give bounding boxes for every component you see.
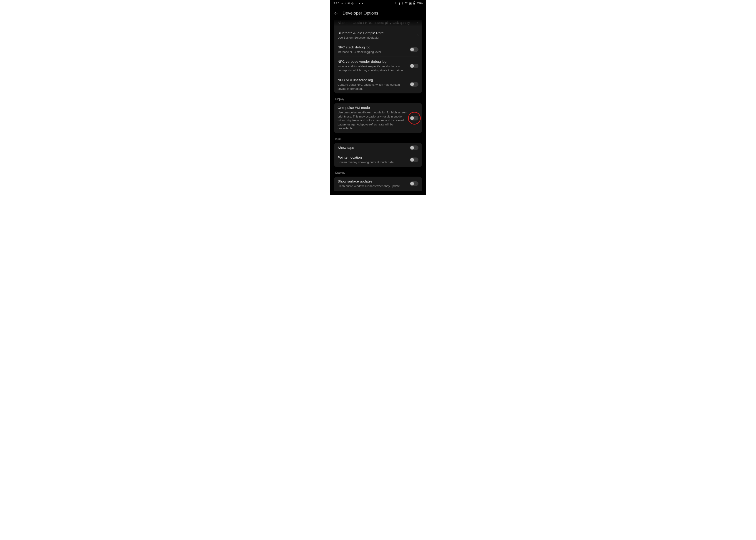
toggle-switch[interactable] [410, 181, 419, 186]
row-nfc-stack-debug[interactable]: NFC stack debug log Increase NFC stack l… [334, 43, 422, 57]
cloud-icon: ☁ [358, 2, 361, 5]
row-show-taps[interactable]: Show taps [334, 143, 422, 153]
row-subtitle: Capture detail NFC packets, which may co… [337, 83, 407, 91]
battery-icon [413, 1, 415, 5]
section-header-input: Input [334, 137, 422, 143]
row-pointer-location[interactable]: Pointer location Screen overlay showing … [334, 153, 422, 167]
send-icon: ✈ [341, 2, 343, 5]
row-title: Show taps [337, 146, 407, 150]
row-show-surface-updates[interactable]: Show surface updates Flash entire window… [334, 177, 422, 191]
instagram-icon: ◎ [351, 2, 353, 5]
page-title: Developer Options [342, 11, 378, 16]
row-subtitle: Use System Selection (Default) [337, 36, 414, 40]
chevron-right-icon: › [417, 21, 419, 26]
row-subtitle: Screen overlay showing current touch dat… [337, 160, 407, 164]
grid-icon: ⌗ [344, 2, 346, 5]
divider [337, 191, 419, 191]
home-icon: ⌂ [355, 2, 356, 5]
mail-icon: ✉ [347, 2, 350, 5]
row-subtitle: Flash entire window surfaces when they u… [337, 184, 407, 188]
row-title: NFC NCI unfiltered log [337, 78, 407, 82]
row-title: NFC verbose vendor debug log [337, 60, 407, 64]
row-title: One-pulse EM mode [337, 106, 407, 110]
toggle-switch[interactable] [410, 145, 419, 150]
svg-rect-1 [414, 1, 415, 2]
toggle-switch[interactable] [410, 47, 419, 52]
vibrate-icon: ▮ [399, 2, 400, 5]
toggle-switch[interactable] [410, 82, 419, 86]
row-one-pulse-em[interactable]: One-pulse EM mode Use one-pulse anti-fli… [334, 103, 422, 133]
row-nfc-verbose[interactable]: NFC verbose vendor debug log Include add… [334, 57, 422, 75]
row-title: Bluetooth Audio Sample Rate [337, 31, 414, 35]
svg-rect-2 [414, 3, 415, 4]
row-bt-sample-rate[interactable]: Bluetooth Audio Sample Rate Use System S… [334, 28, 422, 43]
row-bt-lhdc[interactable]: Bluetooth audio LHDC codec: playback qua… [334, 20, 422, 28]
moon-icon: ☾ [395, 2, 397, 5]
app-bar: Developer Options [330, 6, 426, 21]
dot-icon: • [362, 2, 363, 5]
status-right: ☾ ▮ ᛒ ▣ 45% [395, 1, 423, 5]
status-left: 2:25 ✈ ⌗ ✉ ◎ ⌂ ☁ • [333, 2, 363, 5]
section-header-display: Display [334, 97, 422, 103]
section-header-drawing: Drawing [334, 171, 422, 177]
row-subtitle: Include additional device-specific vendo… [337, 64, 407, 72]
settings-card: Show surface updates Flash entire window… [334, 177, 422, 191]
row-title: Pointer location [337, 156, 407, 160]
settings-content[interactable]: Bluetooth audio LHDC codec: playback qua… [330, 20, 426, 191]
cast-icon: ▣ [409, 2, 412, 5]
status-notification-icons: ✈ ⌗ ✉ ◎ ⌂ ☁ • [341, 2, 363, 5]
back-button[interactable] [333, 11, 338, 16]
battery-text: 45% [417, 2, 423, 5]
phone-frame: 2:25 ✈ ⌗ ✉ ◎ ⌂ ☁ • ☾ ▮ ᛒ ▣ 45% [330, 0, 426, 195]
toggle-switch[interactable] [410, 116, 419, 120]
toggle-switch[interactable] [410, 64, 419, 68]
row-subtitle: Increase NFC stack logging level [337, 50, 407, 54]
chevron-right-icon: › [417, 33, 419, 38]
settings-card: Show taps Pointer location Screen overla… [334, 143, 422, 167]
row-title: Show surface updates [337, 179, 407, 184]
status-bar: 2:25 ✈ ⌗ ✉ ◎ ⌂ ☁ • ☾ ▮ ᛒ ▣ 45% [330, 0, 426, 6]
row-subtitle: Use one-pulse anti-flicker modulation fo… [337, 110, 407, 130]
toggle-switch[interactable] [410, 158, 419, 162]
status-time: 2:25 [333, 2, 339, 5]
row-nfc-nci[interactable]: NFC NCI unfiltered log Capture detail NF… [334, 75, 422, 93]
settings-card: Bluetooth audio LHDC codec: playback qua… [334, 20, 422, 93]
settings-card: One-pulse EM mode Use one-pulse anti-fli… [334, 103, 422, 133]
wifi-icon [405, 2, 408, 5]
row-title: Bluetooth audio LHDC codec: playback qua… [337, 21, 414, 25]
row-title: NFC stack debug log [337, 45, 407, 49]
bluetooth-icon: ᛒ [402, 2, 403, 5]
